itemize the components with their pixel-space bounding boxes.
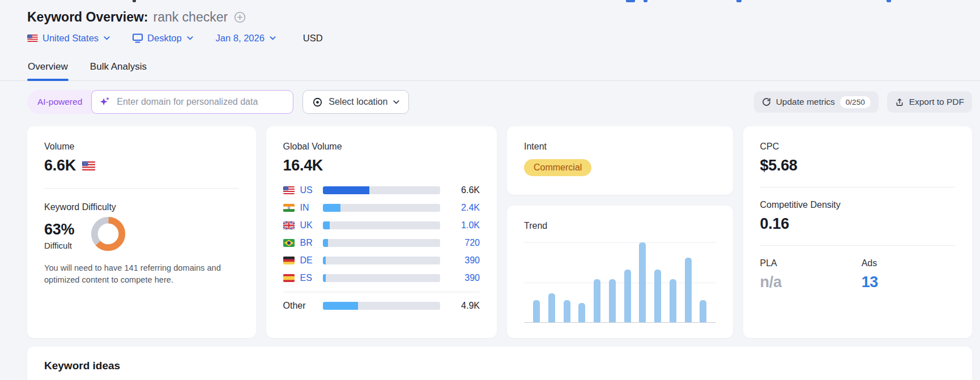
divider bbox=[760, 245, 956, 246]
pla-label: PLA bbox=[760, 258, 862, 268]
country-volume-value: 1.0K bbox=[449, 220, 480, 230]
trend-bar bbox=[639, 242, 646, 322]
flag-icon-us bbox=[283, 186, 295, 194]
ads-label: Ads bbox=[862, 258, 878, 268]
tab-bulk-analysis[interactable]: Bulk Analysis bbox=[90, 58, 147, 80]
device-filter[interactable]: Desktop bbox=[133, 33, 193, 44]
trend-bar bbox=[670, 279, 676, 322]
intent-trend-column: Intent Commercial Trend bbox=[507, 126, 733, 338]
country-volume-value: 390 bbox=[449, 255, 480, 266]
volume-bar bbox=[323, 221, 440, 229]
ai-powered-badge: AI-powered bbox=[27, 97, 91, 107]
us-flag-icon bbox=[82, 161, 96, 170]
country-volume-value: 2.4K bbox=[449, 203, 480, 213]
other-value: 4.9K bbox=[449, 301, 480, 311]
cpc-label: CPC bbox=[760, 142, 956, 152]
cutoff-fragment bbox=[626, 0, 635, 2]
ai-powered-group: AI-powered bbox=[27, 90, 293, 114]
volume-label: Volume bbox=[44, 142, 239, 152]
trend-bar bbox=[564, 300, 570, 322]
us-flag-icon bbox=[27, 35, 38, 42]
global-volume-value: 16.4K bbox=[283, 157, 480, 174]
tab-overview[interactable]: Overview bbox=[27, 58, 69, 80]
trend-bar bbox=[533, 300, 540, 322]
cpc-value: $5.68 bbox=[760, 157, 956, 174]
keyword-overview-screen: Keyword Overview: rank checker United St… bbox=[0, 0, 980, 380]
volume-value: 6.6K bbox=[44, 157, 239, 174]
desktop-icon bbox=[133, 33, 143, 43]
country-volume-row: IN2.4K bbox=[283, 202, 480, 214]
keyword-ideas-title: Keyword ideas bbox=[44, 360, 955, 372]
metric-cards: Volume 6.6K Keyword Difficulty 63% Diffi… bbox=[27, 126, 972, 335]
volume-bar bbox=[323, 274, 440, 282]
flag-icon-es bbox=[283, 274, 295, 282]
other-label: Other bbox=[283, 301, 319, 311]
country-link[interactable]: BR bbox=[300, 238, 319, 248]
volume-bar bbox=[323, 186, 440, 194]
trend-bar bbox=[594, 279, 600, 322]
select-location-label: Select location bbox=[329, 97, 387, 107]
global-volume-card: Global Volume 16.4K US6.6KIN2.4KUK1.0KBR… bbox=[266, 126, 497, 338]
country-link[interactable]: US bbox=[300, 185, 319, 195]
pla-value: n/a bbox=[760, 274, 862, 291]
device-filter-label: Desktop bbox=[147, 33, 182, 44]
country-volume-row: DE390 bbox=[283, 254, 480, 267]
select-location-button[interactable]: Select location bbox=[302, 90, 409, 114]
intent-badge[interactable]: Commercial bbox=[524, 159, 591, 176]
country-link[interactable]: DE bbox=[300, 255, 319, 266]
trend-chart bbox=[524, 242, 716, 323]
cutoff-fragment bbox=[133, 0, 136, 2]
chevron-down-icon bbox=[393, 100, 399, 104]
cutoff-fragment bbox=[736, 0, 742, 2]
divider bbox=[760, 187, 956, 187]
filters-bar: United States Desktop Jan 8, 2026 USD bbox=[27, 33, 972, 44]
keyword-ideas-card: Keyword ideas bbox=[27, 347, 972, 380]
date-filter[interactable]: Jan 8, 2026 bbox=[216, 33, 276, 44]
volume-card: Volume 6.6K Keyword Difficulty 63% Diffi… bbox=[27, 126, 256, 338]
keyword-difficulty-value: 63% bbox=[44, 221, 74, 238]
country-volume-row: US6.6K bbox=[283, 184, 480, 197]
difficulty-donut-chart bbox=[90, 216, 126, 252]
flag-icon-de bbox=[283, 257, 295, 264]
cutoff-fragment bbox=[644, 0, 647, 2]
country-volume-list: US6.6KIN2.4KUK1.0KBR720DE390ES390 bbox=[283, 184, 480, 284]
country-link[interactable]: ES bbox=[300, 273, 319, 283]
volume-bar bbox=[323, 257, 440, 264]
chart-baseline bbox=[524, 322, 716, 323]
tabs: Overview Bulk Analysis bbox=[0, 58, 980, 81]
keyword-difficulty-label: Keyword Difficulty bbox=[44, 202, 239, 212]
trend-bar bbox=[685, 258, 692, 322]
trend-bar bbox=[609, 279, 616, 322]
add-keyword-icon[interactable] bbox=[234, 11, 246, 23]
country-volume-value: 720 bbox=[449, 238, 480, 248]
country-filter[interactable]: United States bbox=[27, 33, 110, 44]
country-volume-value: 390 bbox=[449, 273, 480, 283]
country-link[interactable]: IN bbox=[300, 203, 319, 213]
trend-bar bbox=[700, 300, 706, 322]
update-counter-badge: 0/250 bbox=[840, 96, 871, 108]
refresh-icon bbox=[762, 97, 771, 106]
trend-bars bbox=[533, 242, 707, 322]
flag-icon-br bbox=[283, 239, 295, 247]
trend-card: Trend bbox=[507, 206, 733, 338]
location-pin-icon bbox=[312, 97, 323, 108]
cpc-card: CPC $5.68 Competitive Density 0.16 PLA n… bbox=[743, 126, 973, 338]
update-metrics-button[interactable]: Update metrics 0/250 bbox=[754, 91, 879, 113]
domain-input[interactable] bbox=[91, 90, 293, 114]
country-link[interactable]: UK bbox=[300, 220, 319, 230]
export-pdf-button[interactable]: Export to PDF bbox=[887, 91, 972, 113]
competitive-density-label: Competitive Density bbox=[760, 200, 956, 210]
chevron-down-icon bbox=[187, 36, 193, 40]
divider bbox=[44, 188, 239, 189]
cutoff-fragment bbox=[887, 0, 891, 2]
page-title-keyword: rank checker bbox=[153, 10, 228, 25]
trend-bar bbox=[624, 270, 631, 322]
country-volume-row: UK1.0K bbox=[283, 219, 480, 232]
difficulty-note: You will need to have 141 referring doma… bbox=[44, 262, 234, 286]
currency-label: USD bbox=[303, 33, 323, 44]
country-volume-row: ES390 bbox=[283, 272, 480, 284]
page-title: Keyword Overview: rank checker bbox=[27, 0, 972, 25]
export-icon bbox=[895, 97, 904, 107]
export-pdf-label: Export to PDF bbox=[909, 97, 964, 107]
trend-bar bbox=[548, 293, 555, 322]
